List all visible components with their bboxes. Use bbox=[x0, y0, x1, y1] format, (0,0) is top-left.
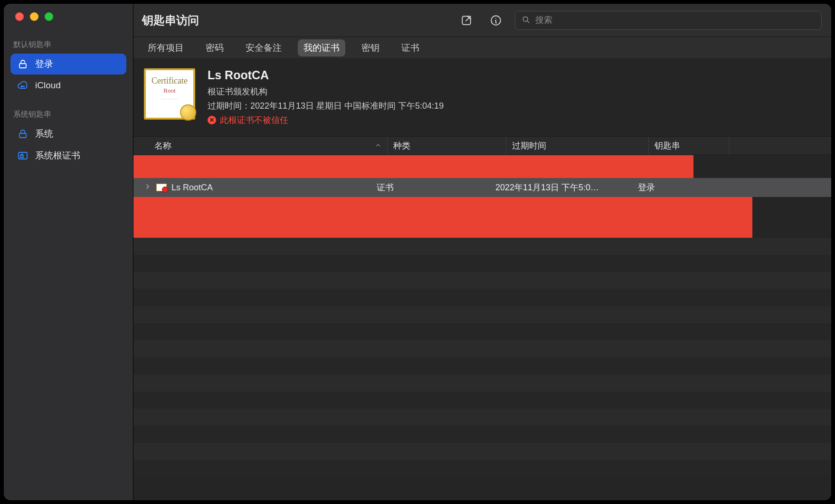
column-label: 名称 bbox=[154, 140, 171, 151]
certificate-expiry: 过期时间：2022年11月13日 星期日 中国标准时间 下午5:04:19 bbox=[208, 100, 444, 112]
cell-name: Ls RootCA bbox=[171, 183, 213, 193]
search-input[interactable] bbox=[535, 15, 816, 25]
trust-warning: 此根证书不被信任 bbox=[208, 114, 444, 126]
cell-expiry: 2022年11月13日 下午5:0… bbox=[495, 183, 599, 192]
window-controls bbox=[4, 12, 133, 21]
certificate-thumbnail-icon: Certificate Root ⋯⋯⋯ bbox=[144, 68, 195, 120]
search-icon bbox=[521, 15, 531, 26]
tab-all-items[interactable]: 所有项目 bbox=[142, 39, 190, 56]
column-label: 钥匙串 bbox=[655, 140, 680, 151]
svg-point-7 bbox=[523, 17, 528, 21]
title-bar: 钥匙串访问 bbox=[133, 4, 831, 37]
error-icon bbox=[208, 116, 216, 124]
window-title: 钥匙串访问 bbox=[142, 13, 199, 28]
tab-keys[interactable]: 密钥 bbox=[356, 39, 385, 56]
cell-kind: 证书 bbox=[377, 183, 394, 192]
category-tabs: 所有项目 密码 安全备注 我的证书 密钥 证书 bbox=[133, 37, 831, 59]
tab-secure-notes[interactable]: 安全备注 bbox=[240, 39, 287, 56]
table-header: 名称 种类 过期时间 钥匙串 bbox=[133, 136, 831, 155]
search-field[interactable] bbox=[515, 11, 822, 30]
sidebar-item-system-roots[interactable]: 系统根证书 bbox=[10, 145, 126, 166]
sidebar-item-label: iCloud bbox=[35, 80, 61, 91]
certificate-kind: 根证书颁发机构 bbox=[208, 86, 444, 97]
svg-rect-2 bbox=[19, 133, 26, 138]
column-label: 种类 bbox=[393, 140, 410, 151]
redacted-row bbox=[133, 197, 752, 238]
column-header-spacer bbox=[729, 137, 831, 155]
column-header-name[interactable]: 名称 bbox=[154, 137, 387, 155]
column-header-kind[interactable]: 种类 bbox=[387, 137, 506, 155]
empty-rows bbox=[133, 238, 831, 477]
lock-icon bbox=[17, 128, 28, 140]
tab-my-certificates[interactable]: 我的证书 bbox=[298, 39, 345, 56]
zoom-window-button[interactable] bbox=[45, 12, 53, 21]
cell-keychain: 登录 bbox=[638, 183, 655, 192]
sidebar-item-icloud[interactable]: iCloud bbox=[10, 75, 126, 95]
sidebar: 默认钥匙串 登录 iCloud 系统钥匙串 系统 系统根证书 bbox=[4, 4, 133, 500]
tab-certificates[interactable]: 证书 bbox=[396, 39, 425, 56]
close-window-button[interactable] bbox=[15, 12, 24, 21]
sidebar-section-system: 系统钥匙串 bbox=[4, 107, 133, 123]
certificate-detail-text: Ls RootCA 根证书颁发机构 过期时间：2022年11月13日 星期日 中… bbox=[208, 68, 444, 126]
sort-ascending-icon bbox=[375, 141, 381, 151]
unlock-icon bbox=[17, 58, 28, 70]
main-area: 钥匙串访问 所有项目 密码 安全备注 我的证书 密钥 证书 bbox=[133, 4, 831, 500]
redacted-row bbox=[133, 155, 693, 178]
minimize-window-button[interactable] bbox=[30, 12, 38, 21]
column-header-keychain[interactable]: 钥匙串 bbox=[648, 137, 729, 155]
sidebar-section-default: 默认钥匙串 bbox=[4, 37, 133, 54]
certificate-name: Ls RootCA bbox=[208, 68, 444, 82]
sidebar-item-label: 系统 bbox=[35, 128, 53, 140]
cloud-key-icon bbox=[17, 80, 28, 91]
keychain-window: 默认钥匙串 登录 iCloud 系统钥匙串 系统 系统根证书 bbox=[4, 4, 831, 500]
trust-warning-text: 此根证书不被信任 bbox=[220, 114, 288, 126]
column-label: 过期时间 bbox=[512, 140, 546, 151]
table-row[interactable]: Ls RootCA 证书 2022年11月13日 下午5:0… 登录 bbox=[133, 178, 831, 197]
column-header-expiry[interactable]: 过期时间 bbox=[506, 137, 648, 155]
sidebar-item-label: 系统根证书 bbox=[35, 149, 80, 162]
sidebar-item-system[interactable]: 系统 bbox=[10, 123, 126, 144]
compose-icon[interactable] bbox=[456, 10, 477, 31]
info-icon[interactable] bbox=[485, 10, 506, 31]
svg-rect-0 bbox=[19, 64, 26, 68]
certificate-error-icon bbox=[156, 184, 167, 191]
certificate-detail: Certificate Root ⋯⋯⋯ Ls RootCA 根证书颁发机构 过… bbox=[133, 59, 831, 136]
sidebar-item-login[interactable]: 登录 bbox=[10, 54, 126, 75]
tab-passwords[interactable]: 密码 bbox=[200, 39, 229, 56]
cert-store-icon bbox=[17, 150, 28, 161]
sidebar-item-label: 登录 bbox=[35, 58, 53, 70]
table-body: Ls RootCA 证书 2022年11月13日 下午5:0… 登录 bbox=[133, 155, 831, 477]
chevron-right-icon[interactable] bbox=[144, 183, 152, 193]
